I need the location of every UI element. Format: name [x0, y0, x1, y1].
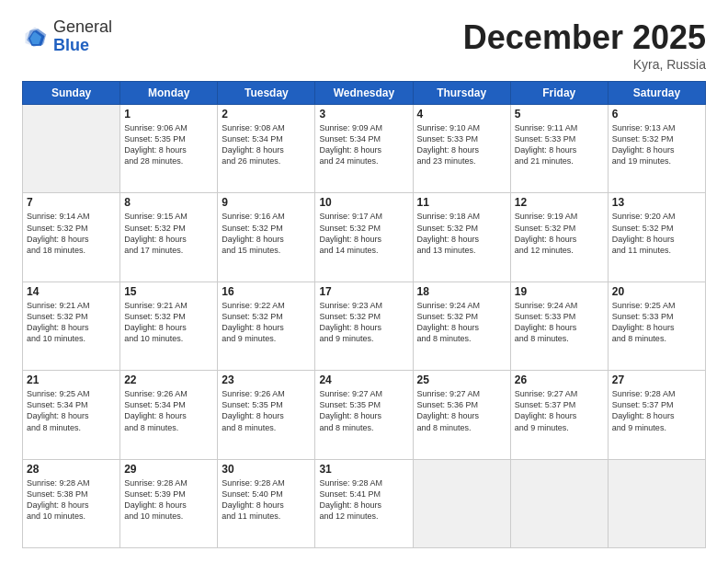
day-info: Sunrise: 9:14 AMSunset: 5:32 PMDaylight:…: [27, 211, 116, 256]
day-info: Sunrise: 9:28 AMSunset: 5:40 PMDaylight:…: [222, 477, 311, 523]
day-cell: 22Sunrise: 9:26 AMSunset: 5:34 PMDayligh…: [120, 371, 218, 459]
day-info: Sunrise: 9:24 AMSunset: 5:33 PMDaylight:…: [515, 300, 604, 345]
week-row-4: 21Sunrise: 9:25 AMSunset: 5:34 PMDayligh…: [23, 371, 706, 459]
day-cell: 25Sunrise: 9:27 AMSunset: 5:36 PMDayligh…: [413, 371, 510, 459]
day-info: Sunrise: 9:28 AMSunset: 5:37 PMDaylight:…: [612, 388, 701, 433]
day-cell: 26Sunrise: 9:27 AMSunset: 5:37 PMDayligh…: [510, 371, 608, 459]
day-cell: 20Sunrise: 9:25 AMSunset: 5:33 PMDayligh…: [608, 282, 705, 370]
day-info: Sunrise: 9:28 AMSunset: 5:39 PMDaylight:…: [124, 477, 213, 523]
logo-icon: [22, 24, 48, 50]
day-number: 14: [27, 285, 116, 298]
day-number: 4: [417, 108, 506, 121]
day-cell: 17Sunrise: 9:23 AMSunset: 5:32 PMDayligh…: [315, 282, 413, 370]
day-number: 3: [319, 108, 408, 121]
day-number: 9: [222, 196, 311, 209]
day-cell: 4Sunrise: 9:10 AMSunset: 5:33 PMDaylight…: [413, 105, 510, 193]
day-cell: [510, 459, 608, 547]
day-number: 22: [124, 373, 213, 386]
day-cell: 7Sunrise: 9:14 AMSunset: 5:32 PMDaylight…: [23, 193, 120, 282]
day-info: Sunrise: 9:17 AMSunset: 5:32 PMDaylight:…: [319, 211, 408, 256]
column-header-monday: Monday: [120, 82, 218, 105]
day-info: Sunrise: 9:10 AMSunset: 5:33 PMDaylight:…: [417, 122, 506, 167]
day-info: Sunrise: 9:22 AMSunset: 5:32 PMDaylight:…: [222, 300, 311, 345]
day-number: 1: [124, 108, 213, 121]
day-number: 19: [515, 285, 604, 298]
day-cell: 28Sunrise: 9:28 AMSunset: 5:38 PMDayligh…: [23, 459, 120, 547]
day-cell: 29Sunrise: 9:28 AMSunset: 5:39 PMDayligh…: [120, 459, 218, 547]
day-number: 20: [612, 285, 701, 298]
column-header-friday: Friday: [510, 82, 608, 105]
day-cell: 6Sunrise: 9:13 AMSunset: 5:32 PMDaylight…: [608, 105, 705, 193]
day-number: 18: [417, 285, 506, 298]
day-info: Sunrise: 9:15 AMSunset: 5:32 PMDaylight:…: [124, 211, 213, 256]
day-cell: [413, 459, 510, 547]
day-info: Sunrise: 9:09 AMSunset: 5:34 PMDaylight:…: [319, 122, 408, 167]
day-cell: 9Sunrise: 9:16 AMSunset: 5:32 PMDaylight…: [218, 193, 315, 282]
day-info: Sunrise: 9:25 AMSunset: 5:34 PMDaylight:…: [27, 388, 116, 433]
column-header-saturday: Saturday: [608, 82, 705, 105]
day-info: Sunrise: 9:26 AMSunset: 5:34 PMDaylight:…: [124, 388, 213, 433]
week-row-1: 1Sunrise: 9:06 AMSunset: 5:35 PMDaylight…: [23, 105, 706, 193]
day-info: Sunrise: 9:25 AMSunset: 5:33 PMDaylight:…: [612, 300, 701, 345]
day-info: Sunrise: 9:24 AMSunset: 5:32 PMDaylight:…: [417, 300, 506, 345]
header: General Blue December 2025 Kyra, Russia: [22, 18, 706, 72]
day-number: 16: [222, 285, 311, 298]
week-row-2: 7Sunrise: 9:14 AMSunset: 5:32 PMDaylight…: [23, 193, 706, 282]
calendar-header-row: SundayMondayTuesdayWednesdayThursdayFrid…: [23, 82, 706, 105]
day-info: Sunrise: 9:26 AMSunset: 5:35 PMDaylight:…: [222, 388, 311, 433]
day-cell: 2Sunrise: 9:08 AMSunset: 5:34 PMDaylight…: [218, 105, 315, 193]
column-header-wednesday: Wednesday: [315, 82, 413, 105]
day-number: 13: [612, 196, 701, 209]
day-cell: 31Sunrise: 9:28 AMSunset: 5:41 PMDayligh…: [315, 459, 413, 547]
day-number: 2: [222, 108, 311, 121]
day-number: 23: [222, 373, 311, 386]
day-cell: 24Sunrise: 9:27 AMSunset: 5:35 PMDayligh…: [315, 371, 413, 459]
day-cell: 1Sunrise: 9:06 AMSunset: 5:35 PMDaylight…: [120, 105, 218, 193]
column-header-thursday: Thursday: [413, 82, 510, 105]
column-header-sunday: Sunday: [23, 82, 120, 105]
day-info: Sunrise: 9:28 AMSunset: 5:38 PMDaylight:…: [27, 477, 116, 523]
day-info: Sunrise: 9:13 AMSunset: 5:32 PMDaylight:…: [612, 122, 701, 167]
day-info: Sunrise: 9:08 AMSunset: 5:34 PMDaylight:…: [222, 122, 311, 167]
day-cell: 21Sunrise: 9:25 AMSunset: 5:34 PMDayligh…: [23, 371, 120, 459]
day-cell: 13Sunrise: 9:20 AMSunset: 5:32 PMDayligh…: [608, 193, 705, 282]
day-cell: 30Sunrise: 9:28 AMSunset: 5:40 PMDayligh…: [218, 459, 315, 547]
page: General Blue December 2025 Kyra, Russia …: [0, 0, 728, 563]
day-number: 30: [222, 463, 311, 476]
day-cell: 12Sunrise: 9:19 AMSunset: 5:32 PMDayligh…: [510, 193, 608, 282]
day-number: 8: [124, 196, 213, 209]
month-title: December 2025: [463, 18, 706, 57]
day-cell: 10Sunrise: 9:17 AMSunset: 5:32 PMDayligh…: [315, 193, 413, 282]
logo: General Blue: [22, 18, 112, 55]
day-cell: 3Sunrise: 9:09 AMSunset: 5:34 PMDaylight…: [315, 105, 413, 193]
week-row-3: 14Sunrise: 9:21 AMSunset: 5:32 PMDayligh…: [23, 282, 706, 370]
day-number: 31: [319, 463, 408, 476]
day-info: Sunrise: 9:21 AMSunset: 5:32 PMDaylight:…: [124, 300, 213, 345]
week-row-5: 28Sunrise: 9:28 AMSunset: 5:38 PMDayligh…: [23, 459, 706, 547]
day-info: Sunrise: 9:27 AMSunset: 5:36 PMDaylight:…: [417, 388, 506, 433]
logo-blue: Blue: [53, 36, 89, 54]
day-number: 29: [124, 463, 213, 476]
day-cell: 19Sunrise: 9:24 AMSunset: 5:33 PMDayligh…: [510, 282, 608, 370]
day-info: Sunrise: 9:27 AMSunset: 5:37 PMDaylight:…: [515, 388, 604, 433]
day-cell: 15Sunrise: 9:21 AMSunset: 5:32 PMDayligh…: [120, 282, 218, 370]
day-cell: 14Sunrise: 9:21 AMSunset: 5:32 PMDayligh…: [23, 282, 120, 370]
day-number: 11: [417, 196, 506, 209]
day-info: Sunrise: 9:11 AMSunset: 5:33 PMDaylight:…: [515, 122, 604, 167]
day-number: 28: [27, 463, 116, 476]
day-number: 6: [612, 108, 701, 121]
day-info: Sunrise: 9:20 AMSunset: 5:32 PMDaylight:…: [612, 211, 701, 256]
day-number: 27: [612, 373, 701, 386]
day-number: 10: [319, 196, 408, 209]
logo-text: General Blue: [53, 18, 112, 55]
day-number: 12: [515, 196, 604, 209]
day-number: 15: [124, 285, 213, 298]
day-info: Sunrise: 9:27 AMSunset: 5:35 PMDaylight:…: [319, 388, 408, 433]
day-info: Sunrise: 9:28 AMSunset: 5:41 PMDaylight:…: [319, 477, 408, 523]
day-info: Sunrise: 9:23 AMSunset: 5:32 PMDaylight:…: [319, 300, 408, 345]
day-info: Sunrise: 9:16 AMSunset: 5:32 PMDaylight:…: [222, 211, 311, 256]
day-cell: 18Sunrise: 9:24 AMSunset: 5:32 PMDayligh…: [413, 282, 510, 370]
day-number: 25: [417, 373, 506, 386]
day-cell: [608, 459, 705, 547]
day-info: Sunrise: 9:19 AMSunset: 5:32 PMDaylight:…: [515, 211, 604, 256]
